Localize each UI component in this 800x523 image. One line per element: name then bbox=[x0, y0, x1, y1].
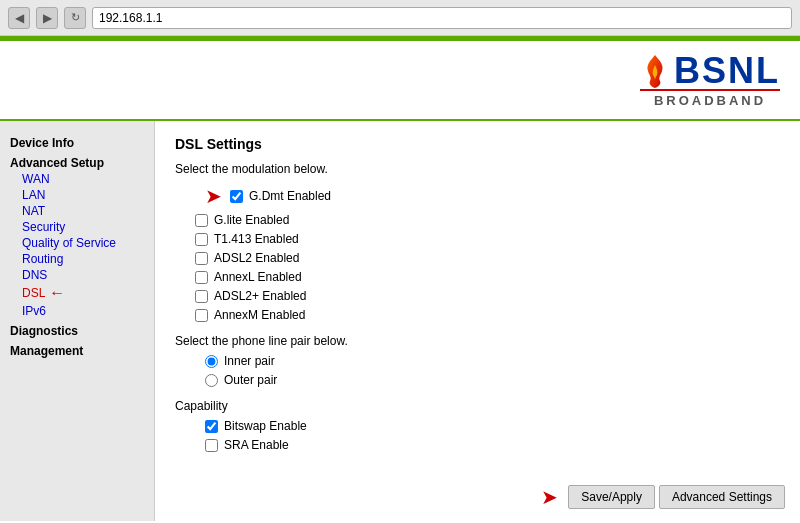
sidebar-item-lan[interactable]: LAN bbox=[10, 187, 144, 203]
sidebar-item-advanced-setup[interactable]: Advanced Setup bbox=[10, 155, 144, 171]
checkbox-annexm-row: AnnexM Enabled bbox=[195, 308, 780, 322]
sidebar-item-routing[interactable]: Routing bbox=[10, 251, 144, 267]
checkbox-annexm[interactable] bbox=[195, 309, 208, 322]
content-area: DSL Settings Select the modulation below… bbox=[155, 121, 800, 521]
checkbox-gdmt-row: ➤ G.Dmt Enabled bbox=[205, 184, 780, 208]
checkbox-glite-row: G.lite Enabled bbox=[195, 213, 780, 227]
save-arrow-icon: ➤ bbox=[541, 485, 558, 509]
browser-bar: ◀ ▶ ↻ bbox=[0, 0, 800, 36]
bsnl-flame-icon bbox=[640, 53, 670, 89]
sidebar-item-management[interactable]: Management bbox=[10, 343, 144, 359]
checkbox-adsl2-label: ADSL2 Enabled bbox=[214, 251, 299, 265]
checkbox-t1413-label: T1.413 Enabled bbox=[214, 232, 299, 246]
checkbox-bitswap[interactable] bbox=[205, 420, 218, 433]
radio-outer-pair[interactable] bbox=[205, 374, 218, 387]
checkbox-t1413[interactable] bbox=[195, 233, 208, 246]
checkbox-annexl[interactable] bbox=[195, 271, 208, 284]
radio-outer-pair-label: Outer pair bbox=[224, 373, 277, 387]
checkbox-annexm-label: AnnexM Enabled bbox=[214, 308, 305, 322]
checkbox-glite[interactable] bbox=[195, 214, 208, 227]
sidebar-item-device-info[interactable]: Device Info bbox=[10, 135, 144, 151]
sidebar-item-dsl-label: DSL bbox=[22, 286, 45, 300]
logo-text: BSNL bbox=[674, 53, 780, 89]
sidebar-arrow-dsl: ← bbox=[49, 284, 65, 302]
address-bar[interactable] bbox=[92, 7, 792, 29]
radio-inner-pair-label: Inner pair bbox=[224, 354, 275, 368]
checkbox-adsl2plus[interactable] bbox=[195, 290, 208, 303]
checkbox-sra-row: SRA Enable bbox=[205, 438, 780, 452]
forward-button[interactable]: ▶ bbox=[36, 7, 58, 29]
sidebar-item-nat[interactable]: NAT bbox=[10, 203, 144, 219]
checkbox-annexl-label: AnnexL Enabled bbox=[214, 270, 302, 284]
refresh-button[interactable]: ↻ bbox=[64, 7, 86, 29]
checkbox-gdmt[interactable] bbox=[230, 190, 243, 203]
save-apply-button[interactable]: Save/Apply bbox=[568, 485, 655, 509]
header: BSNL BROADBAND bbox=[0, 41, 800, 121]
radio-inner-pair[interactable] bbox=[205, 355, 218, 368]
checkbox-adsl2-row: ADSL2 Enabled bbox=[195, 251, 780, 265]
radio-inner-pair-row: Inner pair bbox=[205, 354, 780, 368]
checkbox-adsl2plus-row: ADSL2+ Enabled bbox=[195, 289, 780, 303]
modulation-label: Select the modulation below. bbox=[175, 162, 780, 176]
logo-broadband: BROADBAND bbox=[640, 89, 780, 108]
sidebar-item-dns[interactable]: DNS bbox=[10, 267, 144, 283]
checkbox-t1413-row: T1.413 Enabled bbox=[195, 232, 780, 246]
sidebar-item-dsl[interactable]: DSL ← bbox=[10, 283, 144, 303]
checkbox-adsl2plus-label: ADSL2+ Enabled bbox=[214, 289, 306, 303]
phone-line-label: Select the phone line pair below. bbox=[175, 334, 780, 348]
back-button[interactable]: ◀ bbox=[8, 7, 30, 29]
sidebar: Device Info Advanced Setup WAN LAN NAT S… bbox=[0, 121, 155, 521]
checkbox-bitswap-row: Bitswap Enable bbox=[205, 419, 780, 433]
sidebar-item-ipv6[interactable]: IPv6 bbox=[10, 303, 144, 319]
checkbox-adsl2[interactable] bbox=[195, 252, 208, 265]
capability-label: Capability bbox=[175, 399, 780, 413]
checkbox-bitswap-label: Bitswap Enable bbox=[224, 419, 307, 433]
checkbox-gdmt-label: G.Dmt Enabled bbox=[249, 189, 331, 203]
sidebar-item-qos[interactable]: Quality of Service bbox=[10, 235, 144, 251]
sidebar-item-wan[interactable]: WAN bbox=[10, 171, 144, 187]
radio-outer-pair-row: Outer pair bbox=[205, 373, 780, 387]
button-area: ➤ Save/Apply Advanced Settings bbox=[541, 485, 785, 509]
sidebar-item-security[interactable]: Security bbox=[10, 219, 144, 235]
checkbox-sra-label: SRA Enable bbox=[224, 438, 289, 452]
main-layout: Device Info Advanced Setup WAN LAN NAT S… bbox=[0, 121, 800, 521]
logo-container: BSNL BROADBAND bbox=[640, 53, 780, 108]
checkbox-sra[interactable] bbox=[205, 439, 218, 452]
sidebar-item-diagnostics[interactable]: Diagnostics bbox=[10, 323, 144, 339]
page-title: DSL Settings bbox=[175, 136, 780, 152]
gdmt-arrow-icon: ➤ bbox=[205, 184, 222, 208]
advanced-settings-button[interactable]: Advanced Settings bbox=[659, 485, 785, 509]
checkbox-glite-label: G.lite Enabled bbox=[214, 213, 289, 227]
checkbox-annexl-row: AnnexL Enabled bbox=[195, 270, 780, 284]
